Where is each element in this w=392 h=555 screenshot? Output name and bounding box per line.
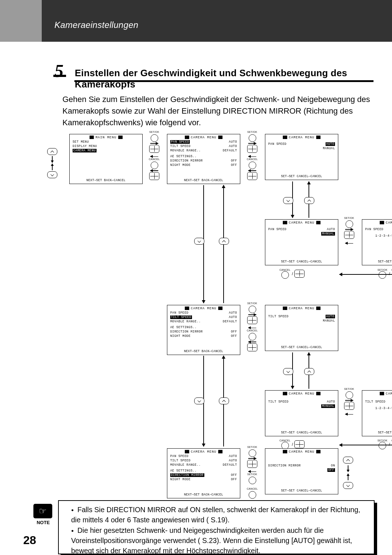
cancel-dpad-pair: CANCEL / <box>279 269 305 279</box>
cancel-dpad-pair: CANCEL / <box>279 439 305 449</box>
setok-cancel-pair: SET/OK / CANCEL <box>377 269 392 279</box>
note-bullet: Falls Sie DIRECTION MIRROR auf ON stelle… <box>71 505 368 525</box>
note-bullet: Die hier gesetzten Schwenk- und Neigeges… <box>71 525 368 555</box>
decorative-corner <box>0 0 42 42</box>
dpad-icon <box>149 172 159 180</box>
cancel-button-icon <box>249 491 256 499</box>
section-title: Einstellen der Geschwindigkeit und Schwe… <box>75 68 392 90</box>
tilt-speed-auto-screen: CAMERA MENU TILT SPEEDAUTO MANUAL SET→SE… <box>265 305 338 351</box>
setok-button-icon <box>249 477 256 484</box>
setok-button-icon <box>249 306 256 313</box>
up-arrow-icon <box>52 164 53 170</box>
down-button-icon <box>194 238 204 246</box>
setok-button-icon <box>249 134 256 142</box>
dpad-icon <box>344 231 354 239</box>
dpad-icon <box>344 402 354 410</box>
setok-dpad-cancel-stack: SET/OK SET/OK CANCEL <box>247 446 258 499</box>
cancel-button-icon <box>249 162 256 169</box>
dpad-icon <box>247 343 257 351</box>
down-button-icon <box>343 482 353 489</box>
direction-mirror-screen: CAMERA MENU DIRECTION MIRRORON OFF SET→S… <box>265 448 338 494</box>
dpad-icon <box>294 440 305 448</box>
setok-dpad-cancel-stack: SET/OK CANCEL <box>247 302 258 351</box>
manual-page: Kameraeinstellungen 5 Einstellen der Ges… <box>0 0 392 555</box>
camera-menu-direction-selected: CAMERA MENU PAN SPEEDAUTO TILT SPEEDAUTO… <box>167 448 240 498</box>
updown-button-pair <box>343 457 353 489</box>
note-icon: ☞ <box>33 504 53 518</box>
pan-speed-manual-screen: CAMERA MENU PAN SPEEDAUTO MANUAL SET→SET… <box>265 219 338 265</box>
menu-footer: NEXT→SET BACK←CANCEL <box>70 179 142 182</box>
up-button-icon <box>304 368 314 376</box>
label-cancel: CANCEL <box>149 158 160 160</box>
dpad-icon <box>247 316 257 324</box>
nav-updown-buttons <box>47 148 57 178</box>
connector-line <box>339 274 392 275</box>
dpad-icon <box>247 460 257 468</box>
intro-paragraph: Gehen Sie zum Einstellen der Geschwindig… <box>62 94 373 128</box>
setok-dpad-cancel-stack: SET/OK CANCEL <box>247 131 258 180</box>
setok-button-icon <box>249 449 256 457</box>
menu-item: CAMERA MENU <box>70 149 142 152</box>
note-label: NOTE <box>33 520 53 525</box>
dpad-icon <box>294 270 305 278</box>
tilt-speed-scale-screen: CAMERA MENU TILT SPEEDMANUAL 1-2-3-4-5-6… <box>362 390 392 436</box>
cancel-button-icon <box>249 333 256 340</box>
setok-dpad-stack: SET/OK <box>344 388 354 415</box>
setok-button-icon <box>379 442 386 449</box>
header-section-label: Kameraeinstellungen <box>54 20 138 30</box>
note-body: Falls Sie DIRECTION MIRROR auf ON stelle… <box>58 500 375 555</box>
right-arrow-icon <box>150 143 158 144</box>
step-number-underline <box>53 75 66 77</box>
up-button-icon <box>47 148 57 155</box>
setok-button-icon <box>379 271 386 279</box>
menu-title: MAIN MENU <box>70 136 142 139</box>
setok-dpad-stack: SET/OK <box>344 217 354 244</box>
down-button-icon <box>194 397 204 406</box>
menu-flow-diagram: MAIN MENU SET MENU DISPLAY MENU CAMERA M… <box>49 131 376 505</box>
step-number: 5 <box>54 60 64 81</box>
menu-item: SET MENU <box>70 140 142 144</box>
down-button-icon <box>283 197 293 205</box>
page-number: 28 <box>23 534 36 547</box>
left-arrow-icon <box>150 156 158 157</box>
up-button-icon <box>219 238 229 246</box>
camera-menu-tilt-selected: CAMERA MENU PAN SPEEDAUTO TILT SPEEDAUTO… <box>167 305 240 355</box>
setok-cancel-pair: SET/OK / CANCEL <box>377 439 392 449</box>
tilt-speed-manual-screen: CAMERA MENU TILT SPEEDAUTO MANUAL SET→SE… <box>265 390 338 436</box>
main-menu-screen: MAIN MENU SET MENU DISPLAY MENU CAMERA M… <box>69 134 143 184</box>
dpad-icon <box>247 172 257 180</box>
note-box: ☞ NOTE Falls Sie DIRECTION MIRROR auf ON… <box>58 500 375 554</box>
pan-speed-auto-screen: CAMERA MENU PAN SPEEDAUTO MANUAL SET→SET… <box>265 134 338 180</box>
up-button-icon <box>219 397 229 406</box>
camera-menu-pan-selected: CAMERA MENU PAN SPEEDAUTO TILT SPEEDAUTO… <box>167 134 240 184</box>
pointing-hand-icon: ☞ <box>39 507 47 515</box>
menu-title: CAMERA MENU <box>167 136 240 139</box>
up-button-icon <box>343 457 353 464</box>
setok-button-icon <box>346 391 353 399</box>
up-button-icon <box>304 197 314 205</box>
down-button-icon <box>47 171 57 178</box>
menu-item: DISPLAY MENU <box>70 144 142 148</box>
pan-speed-scale-screen: CAMERA MENU PAN SPEEDMANUAL 1-2-3-4-5-6-… <box>362 219 392 265</box>
down-arrow-icon <box>52 156 53 163</box>
label-setok: SET/OK <box>149 131 159 133</box>
down-button-icon <box>283 368 293 376</box>
dpad-icon <box>149 145 159 153</box>
setok-button-icon <box>151 134 158 142</box>
dpad-icon <box>247 145 257 153</box>
section-title-underline <box>74 80 373 82</box>
cancel-button-icon <box>281 271 289 279</box>
setok-button-icon <box>346 220 353 228</box>
setok-dpad-cancel-stack: SET/OK CANCEL <box>149 131 160 180</box>
cancel-button-icon <box>151 162 158 169</box>
connector-line <box>339 445 392 445</box>
left-arrow-icon <box>150 170 158 171</box>
